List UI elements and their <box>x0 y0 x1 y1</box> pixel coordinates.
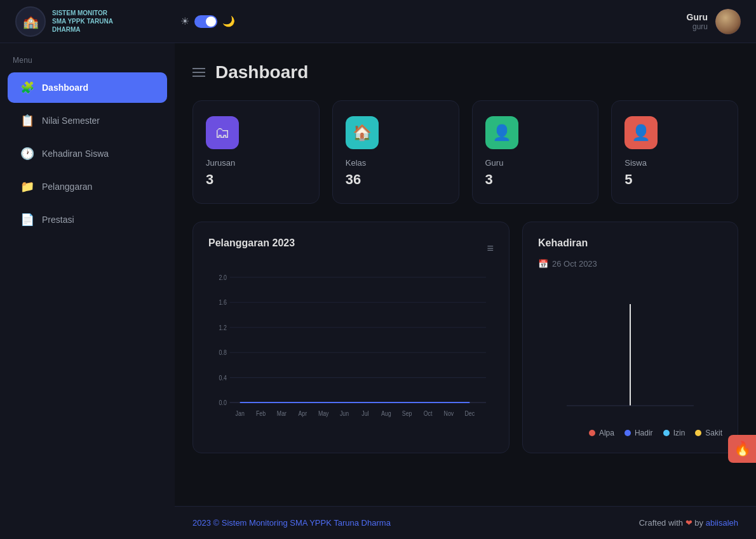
hadir-label: Hadir <box>635 429 653 437</box>
svg-text:0.0: 0.0 <box>219 399 227 406</box>
charts-row: Pelanggaran 2023 ≡ <box>192 222 738 453</box>
siswa-value: 5 <box>624 171 725 188</box>
siswa-icon: 👤 <box>624 116 658 149</box>
svg-text:Jan: Jan <box>236 409 245 417</box>
user-name: Guru <box>687 12 708 22</box>
sidebar-item-prestasi[interactable]: 📄 Prestasi <box>8 204 167 235</box>
svg-text:0.8: 0.8 <box>219 349 227 356</box>
user-role: guru <box>687 22 708 31</box>
sun-icon: ☀ <box>180 15 189 27</box>
footer-left: 2023 © Sistem Monitoring SMA YPPK Taruna… <box>192 518 391 528</box>
sidebar-item-pelanggaran[interactable]: 📁 Pelanggaran <box>8 171 167 202</box>
sidebar-label-nilai: Nilai Semester <box>42 116 100 126</box>
sidebar-label-dashboard: Dashboard <box>42 83 88 93</box>
app-layout: Menu 🧩 Dashboard 📋 Nilai Semester 🕐 Keha… <box>0 43 756 539</box>
svg-text:2.0: 2.0 <box>219 274 227 281</box>
sakit-label: Sakit <box>705 429 722 437</box>
sidebar-label-pelanggaran: Pelanggaran <box>42 182 92 192</box>
svg-text:Apr: Apr <box>298 409 307 417</box>
logo-text: SISTEM MONITORSMA YPPK TARUNA DHARMA <box>52 9 141 34</box>
alpa-label: Alpa <box>599 429 614 437</box>
svg-text:Mar: Mar <box>277 409 287 417</box>
stats-grid: 🗂 Jurusan 3 🏠 Kelas 36 👤 Guru 3 👤 Siswa <box>192 100 738 204</box>
svg-text:0.4: 0.4 <box>219 374 227 382</box>
pelanggaran-chart-title: Pelanggaran 2023 <box>208 237 295 249</box>
izin-label: Izin <box>673 429 685 437</box>
kehadiran-date: 📅 26 Oct 2023 <box>538 259 722 269</box>
svg-text:1.6: 1.6 <box>219 298 227 306</box>
content-area: Dashboard 🗂 Jurusan 3 🏠 Kelas 36 👤 Guru <box>175 43 756 506</box>
moon-icon: 🌙 <box>222 15 235 27</box>
kehadiran-icon: 🕐 <box>20 147 34 161</box>
hamburger-button[interactable] <box>192 68 205 77</box>
kelas-value: 36 <box>346 171 446 188</box>
guru-value: 3 <box>485 171 586 188</box>
legend-row: Alpa Hadir Izin Sakit <box>538 429 722 437</box>
avatar-image <box>715 9 741 34</box>
user-info: Guru guru <box>687 12 708 31</box>
kelas-icon: 🏠 <box>346 116 379 149</box>
heart-icon: ❤ <box>685 518 692 528</box>
svg-text:Feb: Feb <box>256 409 266 417</box>
kehadiran-date-label: 26 Oct 2023 <box>552 259 597 269</box>
line-chart-svg: 2.0 1.6 1.2 0.8 0.4 0.0 Jan Feb Mar Apr … <box>208 264 494 436</box>
header-right: Guru guru <box>687 9 741 34</box>
sidebar-item-dashboard[interactable]: 🧩 Dashboard <box>8 72 167 103</box>
sidebar-item-nilai-semester[interactable]: 📋 Nilai Semester <box>8 105 167 136</box>
theme-toggle-switch[interactable] <box>194 15 217 28</box>
svg-text:May: May <box>318 409 329 417</box>
sidebar-logo: 🏫 SISTEM MONITORSMA YPPK TARUNA DHARMA <box>15 6 141 37</box>
jurusan-value: 3 <box>206 171 306 188</box>
stat-card-jurusan: 🗂 Jurusan 3 <box>192 100 320 204</box>
svg-text:Jun: Jun <box>340 409 349 417</box>
legend-alpa: Alpa <box>589 429 614 437</box>
theme-toggle: ☀ 🌙 <box>180 15 235 28</box>
svg-text:Aug: Aug <box>381 409 391 417</box>
legend-izin: Izin <box>663 429 685 437</box>
svg-text:Oct: Oct <box>424 409 433 417</box>
avatar[interactable] <box>715 9 741 34</box>
guru-label: Guru <box>485 158 586 168</box>
main-content: Dashboard 🗂 Jurusan 3 🏠 Kelas 36 👤 Guru <box>175 43 756 539</box>
logo-circle: 🏫 <box>15 6 46 37</box>
legend-hadir: Hadir <box>624 429 653 437</box>
tooltip-button[interactable]: 🔥 <box>728 435 756 463</box>
hadir-dot <box>624 430 631 436</box>
nilai-icon: 📋 <box>20 114 34 128</box>
jurusan-label: Jurusan <box>206 158 306 168</box>
kehadiran-bar-svg <box>554 291 706 418</box>
dashboard-icon: 🧩 <box>20 81 34 95</box>
calendar-icon: 📅 <box>538 259 548 269</box>
kelas-label: Kelas <box>346 158 446 168</box>
legend-sakit: Sakit <box>695 429 722 437</box>
toggle-knob <box>206 17 216 27</box>
sidebar-menu-label: Menu <box>0 56 175 71</box>
sidebar-item-kehadiran-siswa[interactable]: 🕐 Kehadiran Siswa <box>8 138 167 169</box>
jurusan-icon: 🗂 <box>206 116 239 149</box>
siswa-label: Siswa <box>624 158 725 168</box>
top-header: 🏫 SISTEM MONITORSMA YPPK TARUNA DHARMA ☀… <box>0 0 756 43</box>
stat-card-kelas: 🏠 Kelas 36 <box>332 100 459 204</box>
alpa-dot <box>589 430 595 436</box>
footer: 2023 © Sistem Monitoring SMA YPPK Taruna… <box>175 506 756 539</box>
kehadiran-chart-title: Kehadiran <box>538 237 722 249</box>
author-link[interactable]: abiisaleh <box>706 518 738 528</box>
stat-card-siswa: 👤 Siswa 5 <box>611 100 738 204</box>
sidebar: Menu 🧩 Dashboard 📋 Nilai Semester 🕐 Keha… <box>0 43 175 539</box>
footer-right: Crafted with ❤ by abiisaleh <box>639 518 738 528</box>
chart-menu-icon[interactable]: ≡ <box>487 242 494 255</box>
pelanggaran-chart-card: Pelanggaran 2023 ≡ <box>192 222 510 453</box>
prestasi-icon: 📄 <box>20 213 34 227</box>
svg-text:1.2: 1.2 <box>219 324 227 331</box>
svg-text:Jul: Jul <box>361 409 368 417</box>
sidebar-label-kehadiran: Kehadiran Siswa <box>42 149 109 159</box>
svg-text:Dec: Dec <box>464 409 475 417</box>
page-title: Dashboard <box>215 62 308 83</box>
svg-text:Sep: Sep <box>402 409 412 417</box>
header-left: 🏫 SISTEM MONITORSMA YPPK TARUNA DHARMA ☀… <box>15 6 235 37</box>
pelanggaran-icon: 📁 <box>20 180 34 194</box>
line-chart-container: 2.0 1.6 1.2 0.8 0.4 0.0 Jan Feb Mar Apr … <box>208 264 494 436</box>
guru-icon: 👤 <box>485 116 518 149</box>
pelanggaran-chart-header: Pelanggaran 2023 ≡ <box>208 237 494 259</box>
sidebar-label-prestasi: Prestasi <box>42 215 74 225</box>
